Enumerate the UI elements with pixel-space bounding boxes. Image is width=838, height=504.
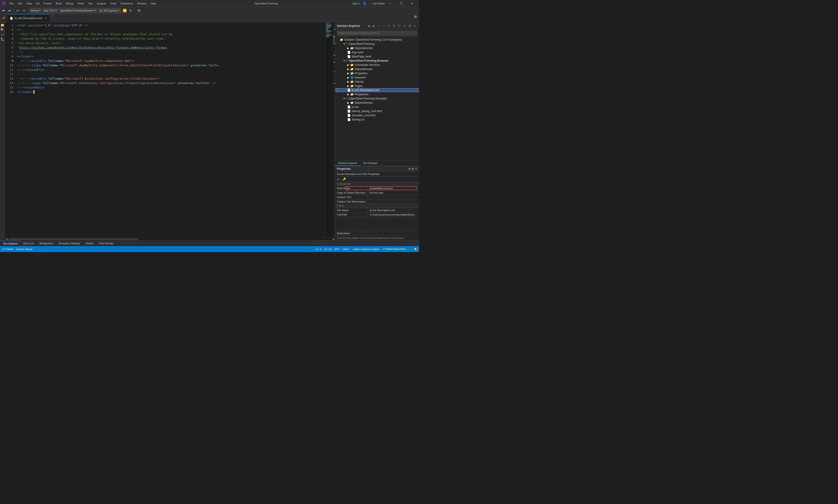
prop-row-fullpath: Full Path C:\Users\user\source\repos\Ope…: [335, 213, 419, 217]
select-repository[interactable]: ⎇ Select Repository: [382, 248, 406, 251]
attach-btn[interactable]: ⏩: [122, 8, 127, 13]
back-btn[interactable]: ⬅: [1, 8, 6, 13]
tree-wwwroot[interactable]: ▶ 🌐 wwwroot: [335, 75, 419, 79]
se-back[interactable]: ◀: [366, 23, 371, 28]
tree-project-1[interactable]: ▾ ⬡ OpenSilverTrimming: [335, 42, 419, 46]
se-sync[interactable]: ↔: [381, 23, 386, 28]
maximize-button[interactable]: ❐: [396, 0, 406, 7]
tree-interop-debug[interactable]: 📄 interop_debug_root.html: [335, 109, 419, 113]
tree-solution[interactable]: 📁 Solution 'OpenSilverTrimming' (3 of 3 …: [335, 38, 419, 42]
se-refresh[interactable]: ↻: [387, 23, 391, 28]
redo-btn[interactable]: ↪: [21, 8, 27, 13]
menu-help[interactable]: Help: [149, 1, 158, 6]
se-settings[interactable]: ⚙: [402, 23, 407, 28]
bottom-tab-errors[interactable]: Error List: [21, 240, 37, 246]
tab-illink[interactable]: 📄 ILLink.Descriptors.xml ✕: [7, 14, 50, 22]
menu-project[interactable]: Project: [41, 1, 53, 6]
se-close[interactable]: ✕: [412, 23, 417, 28]
menu-test[interactable]: Test: [86, 1, 95, 6]
menu-extensions[interactable]: Extensions: [119, 1, 135, 6]
tree-programes[interactable]: ▶ 📁 Programes: [335, 92, 419, 96]
debug-config-dropdown[interactable]: Debug ▾: [30, 8, 41, 13]
menu-team[interactable]: Team: [76, 1, 86, 6]
tree-js-css[interactable]: 📄 js.css: [335, 105, 419, 109]
menu-git[interactable]: Git: [34, 1, 41, 6]
platform-dropdown[interactable]: Any CPU ▾: [42, 8, 58, 13]
se-tab-git[interactable]: Git Changes: [360, 161, 380, 166]
menu-tools[interactable]: Tools: [108, 1, 118, 6]
tree-illink-xml[interactable]: 📄 ILLink.Descriptors.xml: [335, 88, 419, 92]
tab-close-btn[interactable]: ✕: [45, 17, 47, 20]
prop-val-build[interactable]: Embedded resource: [368, 186, 419, 190]
activity-files[interactable]: 📁: [0, 23, 4, 27]
activity-debug[interactable]: 🐛: [0, 37, 4, 41]
bottom-tab-test[interactable]: Test Explorer: [0, 240, 21, 246]
tree-dependencies-1[interactable]: ▶ 📁 Dependencies: [335, 46, 419, 50]
prop-val-custom-ns[interactable]: [368, 199, 419, 204]
tree-app-xaml[interactable]: 📄 App.xaml: [335, 50, 419, 54]
tree-startup-cs[interactable]: 📄 Startup.cs: [335, 118, 419, 122]
status-git-branch[interactable]: ⎇ master: [2, 248, 14, 251]
se-collapse[interactable]: ⊟: [397, 23, 402, 28]
tree-interop[interactable]: ▶ 📁 Interop: [335, 79, 419, 84]
tree-mainpage-xaml[interactable]: 📄 MainPage.xaml: [335, 54, 419, 59]
prop-val-copy[interactable]: Do not copy: [368, 191, 419, 195]
close-button[interactable]: ✕: [406, 0, 417, 7]
new-tab-btn[interactable]: +: [50, 14, 55, 22]
prop-btn-close[interactable]: ✕: [415, 167, 417, 170]
sign-in-button[interactable]: Sign in: [352, 2, 360, 5]
tree-project-sim[interactable]: ▾ ⬡ OpenSilverTrimming.Simulator: [335, 96, 419, 101]
run-button[interactable]: ▶ IIS Express ▾: [98, 8, 121, 13]
menu-view[interactable]: View: [24, 1, 34, 6]
se-search-input[interactable]: [337, 31, 417, 36]
prop-icon-grid[interactable]: ⊞: [337, 178, 339, 181]
start-project-dropdown[interactable]: OpenSilverTrimming.Browser ▾: [59, 8, 97, 13]
tree-pages[interactable]: ▶ 📁 Pages: [335, 84, 419, 88]
forward-btn[interactable]: ➡: [7, 8, 12, 13]
refresh-btn[interactable]: ↻: [128, 8, 133, 13]
xml-icon-selected: 📄: [347, 89, 351, 92]
menu-window[interactable]: Window: [135, 1, 148, 6]
tree-dependencies-sim[interactable]: ▶ 📁 Dependencies: [335, 101, 419, 105]
menu-bar[interactable]: File Edit View Git Project Build Debug T…: [7, 1, 180, 6]
bottom-tab-output[interactable]: Output: [83, 240, 96, 246]
se-filter[interactable]: ☰: [392, 23, 396, 28]
add-source-control[interactable]: ↑ Add to Source Control: [352, 248, 379, 251]
editor-code[interactable]: <?xml·version="1.0"·encoding="UTF-8"·?> …: [15, 22, 325, 237]
live-share-button[interactable]: ⬡ Live Share: [369, 2, 385, 5]
settings-btn[interactable]: ⚙: [136, 8, 141, 13]
pin-btn[interactable]: 📌: [1, 15, 6, 21]
activity-git[interactable]: ⎇: [0, 33, 4, 36]
prop-btn-2[interactable]: ⊞: [411, 167, 414, 170]
prop-btn-1[interactable]: ⊟: [408, 167, 411, 170]
prop-val-custom[interactable]: [368, 195, 419, 199]
menu-analyze[interactable]: Analyze: [95, 1, 108, 6]
split-editor-btn[interactable]: ⊞: [413, 14, 418, 19]
tree-dependencies-2[interactable]: ▶ 📁 Dependencies: [335, 67, 419, 71]
right-scrollbar[interactable]: [332, 22, 335, 237]
activity-search[interactable]: 🔍: [0, 28, 4, 32]
h-scrollbar[interactable]: ◀ ▶: [5, 237, 335, 240]
menu-debug[interactable]: Debug: [64, 1, 75, 6]
menu-edit[interactable]: Edit: [16, 1, 24, 6]
prop-icon-sort[interactable]: ↕: [340, 178, 342, 181]
bottom-tab-breakpoints[interactable]: Breakpoints: [37, 240, 56, 246]
tree-simulator-root[interactable]: 📄 simulator_root.html: [335, 113, 419, 118]
prop-icon-search[interactable]: 🔑: [343, 178, 346, 181]
tree-connected[interactable]: ▶ 📁 Connected Services: [335, 63, 419, 67]
menu-build[interactable]: Build: [54, 1, 63, 6]
editor-container[interactable]: 1 2 3 4 5 6 7 8 9 10 11 12 13 14 15 16: [5, 22, 335, 237]
menu-file[interactable]: File: [7, 1, 15, 6]
se-expand[interactable]: ⊞: [407, 23, 412, 28]
folder-label-sim-dep: Dependencies: [355, 101, 373, 104]
bottom-tab-findresults[interactable]: Find Results: [96, 240, 116, 246]
se-home[interactable]: ⌂: [376, 23, 381, 28]
bottom-tab-exceptions[interactable]: Exception Settings: [56, 240, 83, 246]
minimize-button[interactable]: ─: [385, 0, 396, 7]
undo-btn[interactable]: ↩: [15, 8, 20, 13]
se-tab-explorer[interactable]: Solution Explorer: [335, 161, 360, 166]
tree-project-browser[interactable]: ▾ ⬡ OpenSilverTrimming.Browser: [335, 59, 419, 63]
se-forward[interactable]: ▶: [371, 23, 376, 28]
file-label-selected: ILLink.Descriptors.xml: [352, 89, 379, 92]
tree-properties[interactable]: ▶ 📁 Properties: [335, 71, 419, 75]
